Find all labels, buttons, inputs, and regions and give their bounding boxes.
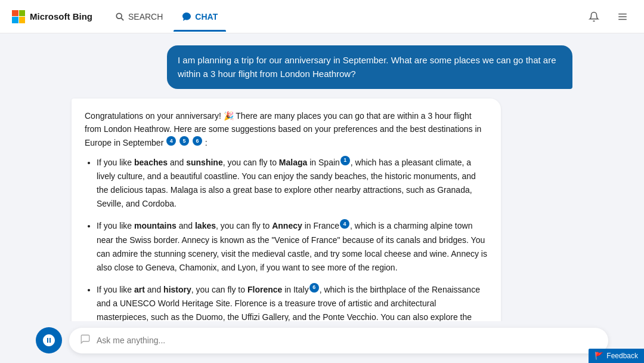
feedback-button[interactable]: 🚩 Feedback (589, 349, 644, 363)
bot-intro: Congratulations on your anniversary! 🎉 T… (85, 109, 488, 150)
list-item-florence: If you like art and history, you can fly… (97, 283, 488, 321)
list-item-annecy: If you like mountains and lakes, you can… (97, 219, 488, 275)
header: Microsoft Bing SEARCH CHAT (0, 0, 644, 33)
nav-chat[interactable]: CHAT (174, 7, 226, 26)
chat-area: I am planning a trip for our anniversary… (0, 33, 644, 321)
bing-avatar-icon (42, 333, 56, 347)
chat-input-wrapper (69, 328, 608, 353)
cite-4: 4 (166, 136, 176, 146)
user-message: I am planning a trip for our anniversary… (72, 45, 572, 89)
main: I am planning a trip for our anniversary… (0, 33, 644, 363)
user-message-text: I am planning a trip for our anniversary… (178, 55, 556, 79)
notification-button[interactable] (584, 7, 603, 26)
svg-line-1 (121, 18, 123, 20)
cite-6b: 6 (309, 283, 319, 293)
input-area (0, 321, 644, 363)
nav-chat-label: CHAT (195, 12, 218, 21)
microsoft-logo (12, 10, 25, 23)
bot-bubble: Congratulations on your anniversary! 🎉 T… (72, 99, 501, 321)
menu-button[interactable] (613, 7, 632, 26)
header-actions (584, 7, 632, 26)
feedback-label: Feedback (606, 352, 638, 360)
cite-4b: 4 (340, 219, 349, 229)
list-item-malaga: If you like beaches and sunshine, you ca… (97, 156, 488, 211)
cite-6: 6 (193, 136, 202, 146)
chat-icon (182, 12, 191, 21)
chat-input[interactable] (97, 336, 597, 345)
search-icon (115, 12, 125, 21)
bot-message: Congratulations on your anniversary! 🎉 T… (72, 99, 572, 321)
cite-5: 5 (179, 136, 189, 146)
cite-1: 1 (340, 156, 350, 165)
logo-text: Microsoft Bing (30, 11, 92, 21)
feedback-icon: 🚩 (595, 352, 603, 360)
svg-point-0 (116, 13, 122, 19)
logo-area: Microsoft Bing (12, 10, 92, 23)
nav-search-label: SEARCH (128, 12, 163, 21)
bot-suggestions-list: If you like beaches and sunshine, you ca… (85, 156, 488, 321)
user-bubble: I am planning a trip for our anniversary… (167, 45, 572, 89)
message-icon (80, 334, 91, 347)
bing-avatar (36, 327, 62, 353)
nav-search[interactable]: SEARCH (107, 7, 171, 26)
nav: SEARCH CHAT (107, 7, 584, 26)
